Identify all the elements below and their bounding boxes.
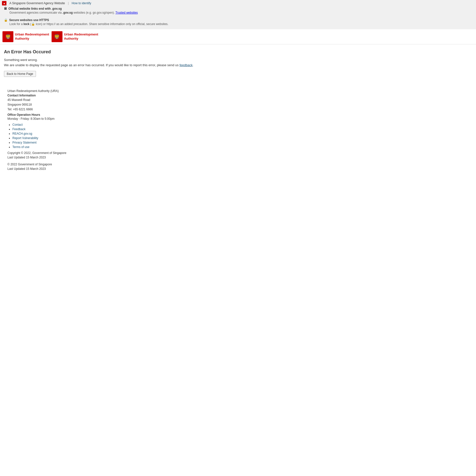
official-section[interactable]: 🏛 Official website links end with .gov.s… xyxy=(2,5,474,17)
footer-link-feedback[interactable]: Feedback xyxy=(12,127,26,131)
official-section-header: 🏛 Official website links end with .gov.s… xyxy=(4,7,472,10)
lion-symbol-2: 🦁 xyxy=(54,34,60,40)
error-line1: Something went wrong. xyxy=(4,58,472,62)
footer-link-item: REACH.gov.sg xyxy=(12,132,469,135)
lock-inline-icon: 🔒 xyxy=(31,22,35,26)
ura-logo-link-2[interactable]: 🦁 Urban Redevelopment Authority xyxy=(52,31,98,42)
logo-bar: 🦁 Urban Redevelopment Authority 🦁 Urban … xyxy=(0,29,476,44)
footer-links: ContactFeedbackREACH.gov.sgReport Vulner… xyxy=(7,123,469,149)
footer-last-updated2: Last Updated 15 March 2023 xyxy=(7,167,469,171)
separator: | xyxy=(68,1,69,5)
footer-link-terms-of-use[interactable]: Terms of use xyxy=(12,145,30,149)
footer-link-item: Contact xyxy=(12,123,469,126)
agency-text: A Singapore Government Agency Website xyxy=(9,1,65,5)
footer-link-contact[interactable]: Contact xyxy=(12,123,23,126)
footer: Urban Redevelopment Authority (URA) Cont… xyxy=(0,89,476,176)
padlock-icon: 🔒 xyxy=(4,18,8,22)
footer-copyright: Copyright © 2022, Government of Singapor… xyxy=(7,151,469,155)
main-content: An Error Has Occured Something went wron… xyxy=(0,44,476,82)
error-line2-prefix: We are unable to display the requested p… xyxy=(4,63,179,67)
footer-contact-title: Contact Information xyxy=(7,94,469,97)
official-section-body: Government agencies communicate via .gov… xyxy=(4,10,472,15)
footer-link-item: Privacy Statement xyxy=(12,141,469,144)
footer-hours-title: Office Operation Hours xyxy=(7,113,469,117)
footer-address-line2: Singapore 069118 xyxy=(7,102,469,107)
footer-links-list: ContactFeedbackREACH.gov.sgReport Vulner… xyxy=(7,123,469,149)
footer-address: 45 Maxwell Road Singapore 069118 Tel: +6… xyxy=(7,98,469,112)
secure-section[interactable]: 🔒 Secure websites use HTTPS Look for a l… xyxy=(2,17,474,28)
footer-address-line1: 45 Maxwell Road xyxy=(7,98,469,102)
ura-logo-text-1: Urban Redevelopment Authority xyxy=(15,32,49,41)
footer-link-report-vulnerability[interactable]: Report Vulnerability xyxy=(12,136,38,140)
footer-link-item: Report Vulnerability xyxy=(12,136,469,140)
how-to-identify-link[interactable]: How to identify xyxy=(72,1,91,5)
secure-section-body: Look for a lock (🔒 icon) or https:// as … xyxy=(4,22,472,27)
ura-logo-text-2: Urban Redevelopment Authority xyxy=(64,32,98,41)
footer-tel: Tel: +65 6221 6666 xyxy=(7,107,469,112)
ura-lion-logo-1: 🦁 xyxy=(2,31,13,42)
gov-banner-top-row: A Singapore Government Agency Website | … xyxy=(2,1,474,5)
ura-lion-logo-2: 🦁 xyxy=(52,31,62,42)
footer-last-updated: Last Updated 15 March 2023 xyxy=(7,156,469,159)
gov-building-icon: 🏛 xyxy=(4,7,7,10)
lion-symbol: 🦁 xyxy=(5,34,11,40)
footer-hours: Monday - Friday: 8:30am to 5:00pm xyxy=(7,117,469,120)
footer-link-reach.gov.sg[interactable]: REACH.gov.sg xyxy=(12,132,32,135)
secure-section-header: 🔒 Secure websites use HTTPS xyxy=(4,18,472,22)
footer-org-name: Urban Redevelopment Authority (URA) xyxy=(7,89,469,93)
footer-link-item: Feedback xyxy=(12,127,469,131)
gov-icon xyxy=(2,1,6,5)
feedback-link[interactable]: feedback xyxy=(179,63,193,67)
secure-title: Secure websites use HTTPS xyxy=(9,18,49,22)
error-line2-suffix: . xyxy=(193,63,194,67)
gov-banner: A Singapore Government Agency Website | … xyxy=(0,0,476,29)
back-to-home-button[interactable]: Back to Home Page xyxy=(4,71,36,77)
error-line2: We are unable to display the requested p… xyxy=(4,63,472,67)
footer-copyright2: © 2022 Government of Singapore xyxy=(7,163,469,166)
error-heading: An Error Has Occured xyxy=(4,49,472,55)
footer-link-privacy-statement[interactable]: Privacy Statement xyxy=(12,141,36,144)
footer-link-item: Terms of use xyxy=(12,145,469,149)
official-title: Official website links end with .gov.sg xyxy=(8,7,62,10)
trusted-websites-link[interactable]: Trusted websites xyxy=(116,11,138,14)
ura-logo-link-1[interactable]: 🦁 Urban Redevelopment Authority xyxy=(2,31,49,42)
